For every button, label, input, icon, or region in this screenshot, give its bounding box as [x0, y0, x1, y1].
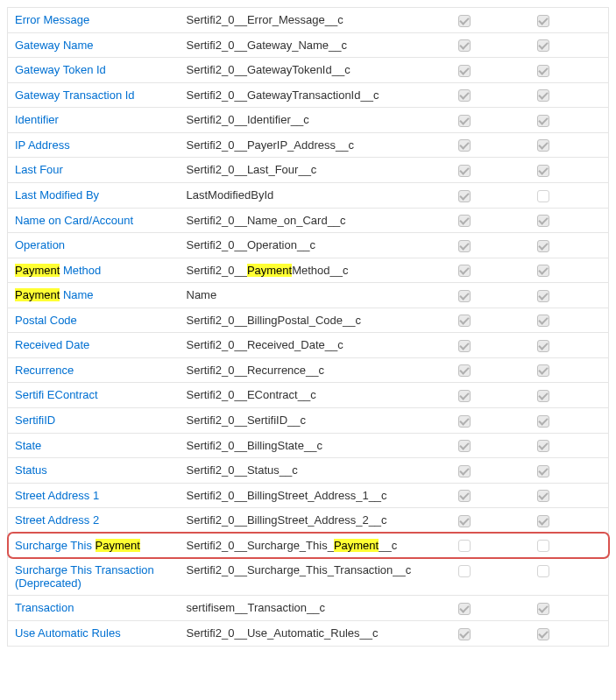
field-label-cell: IP Address [8, 132, 180, 158]
field-label-link[interactable]: Street Address 1 [15, 489, 99, 502]
field-label-link[interactable]: Payment Name [15, 288, 94, 301]
checkbox-col2[interactable] [537, 565, 549, 577]
checkbox-col2[interactable] [537, 540, 549, 552]
checkbox-col1 [458, 240, 471, 252]
checkbox-cell-1 [451, 132, 530, 158]
field-label-link[interactable]: Transaction [15, 601, 74, 614]
checkbox-cell-1 [451, 58, 530, 83]
field-api-cell: Sertifi2_0__Error_Message__c [180, 8, 451, 33]
checkbox-col2 [537, 115, 549, 127]
checkbox-cell-2 [530, 483, 609, 508]
field-label-link[interactable]: Gateway Name [15, 39, 94, 52]
table-row: SertifiIDSertifi2_0__SertifiID__c [8, 408, 609, 434]
field-label-cell: Status [8, 458, 180, 484]
checkbox-cell-2 [530, 508, 609, 534]
search-highlight: Payment [96, 539, 140, 552]
checkbox-col2 [537, 15, 549, 27]
field-label-link[interactable]: Identifier [15, 113, 59, 126]
field-api-name: Sertifi2_0__Use_Automatic_Rules__c [187, 626, 379, 640]
table-row: Received DateSertifi2_0__Received_Date__… [8, 333, 609, 358]
checkbox-cell-1 [451, 82, 530, 108]
checkbox-col1 [458, 415, 471, 428]
field-label-link[interactable]: Postal Code [15, 314, 77, 327]
search-highlight: Payment [334, 539, 379, 552]
checkbox-cell-1 [451, 333, 530, 358]
checkbox-col1 [458, 390, 471, 402]
checkbox-cell-1 [451, 308, 530, 333]
checkbox-cell-2 [530, 182, 609, 208]
table-row: Street Address 1Sertifi2_0__BillingStree… [8, 483, 609, 508]
checkbox-cell-1 [451, 483, 530, 508]
field-label-link[interactable]: Sertifi EContract [15, 388, 98, 401]
field-label-link[interactable]: Payment Method [15, 264, 101, 277]
checkbox-col1 [458, 340, 471, 352]
field-label-cell: Operation [8, 233, 180, 258]
checkbox-cell-1 [451, 233, 530, 258]
field-api-cell: Sertifi2_0__Use_Automatic_Rules__c [180, 620, 451, 646]
field-label-link[interactable]: Surcharge This Payment [15, 539, 140, 552]
field-label-link[interactable]: Error Message [15, 13, 89, 26]
field-api-cell: Sertifi2_0__GatewayTransactionId__c [180, 82, 451, 108]
checkbox-cell-1 [451, 533, 530, 558]
checkbox-cell-2 [530, 458, 609, 484]
checkbox-col1 [458, 465, 471, 477]
checkbox-cell-2 [530, 8, 609, 33]
checkbox-col2[interactable] [537, 190, 549, 202]
checkbox-col2 [537, 515, 549, 527]
checkbox-cell-2 [530, 408, 609, 434]
checkbox-col1 [458, 515, 471, 527]
field-api-cell: Sertifi2_0__Received_Date__c [180, 333, 451, 358]
table-row: Sertifi EContractSertifi2_0__EContract__… [8, 383, 609, 408]
field-label-link[interactable]: Operation [15, 238, 65, 251]
field-label-cell: Street Address 1 [8, 483, 180, 508]
table-row: StatusSertifi2_0__Status__c [8, 458, 609, 484]
field-label-link[interactable]: Last Four [15, 163, 63, 176]
fields-table: Error MessageSertifi2_0__Error_Message__… [7, 7, 609, 647]
table-row: Street Address 2Sertifi2_0__BillingStree… [8, 508, 609, 534]
checkbox-col2 [537, 465, 549, 477]
field-label-link[interactable]: Street Address 2 [15, 513, 99, 527]
field-label-link[interactable]: Gateway Token Id [15, 63, 106, 76]
field-label-cell: Gateway Token Id [8, 58, 180, 83]
field-api-cell: Sertifi2_0__EContract__c [180, 383, 451, 408]
table-row: Name on Card/AccountSertifi2_0__Name_on_… [8, 208, 609, 233]
field-label-link[interactable]: Received Date [15, 338, 89, 351]
field-api-name: Sertifi2_0__Identifier__c [187, 113, 309, 126]
checkbox-col2 [537, 490, 549, 502]
field-label-link[interactable]: Gateway Transaction Id [15, 88, 135, 102]
field-label-link[interactable]: Surcharge This Transaction (Deprecated) [15, 563, 154, 590]
field-api-name: Sertifi2_0__Received_Date__c [187, 338, 343, 351]
field-label-link[interactable]: Last Modified By [15, 188, 99, 202]
table-row: Last FourSertifi2_0__Last_Four__c [8, 158, 609, 183]
field-label-link[interactable]: Use Automatic Rules [15, 626, 121, 640]
field-label-cell: Gateway Name [8, 32, 180, 58]
checkbox-cell-2 [530, 158, 609, 183]
field-label-cell: Postal Code [8, 308, 180, 333]
checkbox-cell-2 [530, 620, 609, 646]
field-api-cell: Sertifi2_0__Identifier__c [180, 108, 451, 133]
field-label-cell: Error Message [8, 8, 180, 33]
checkbox-col1 [458, 315, 471, 327]
field-label-link[interactable]: Recurrence [15, 364, 74, 377]
field-label-link[interactable]: SertifiID [15, 414, 55, 427]
checkbox-cell-1 [451, 182, 530, 208]
checkbox-col1[interactable] [458, 540, 471, 552]
field-api-cell: Sertifi2_0__Status__c [180, 458, 451, 484]
checkbox-col1[interactable] [458, 565, 471, 577]
checkbox-cell-2 [530, 533, 609, 558]
field-api-name: Sertifi2_0__PaymentMethod__c [187, 264, 349, 277]
field-label-cell: Last Modified By [8, 182, 180, 208]
checkbox-col2 [537, 315, 549, 327]
field-label-link[interactable]: IP Address [15, 138, 70, 152]
field-label-cell: Recurrence [8, 357, 180, 383]
table-row: Transactionsertifisem__Transaction__c [8, 596, 609, 621]
field-label-link[interactable]: State [15, 439, 41, 452]
checkbox-cell-1 [451, 508, 530, 534]
table-row: Gateway Token IdSertifi2_0__GatewayToken… [8, 58, 609, 83]
field-label-link[interactable]: Status [15, 463, 47, 477]
field-label-link[interactable]: Name on Card/Account [15, 214, 133, 227]
checkbox-col2 [537, 415, 549, 428]
checkbox-cell-1 [451, 383, 530, 408]
checkbox-cell-2 [530, 108, 609, 133]
checkbox-col1 [458, 628, 471, 640]
